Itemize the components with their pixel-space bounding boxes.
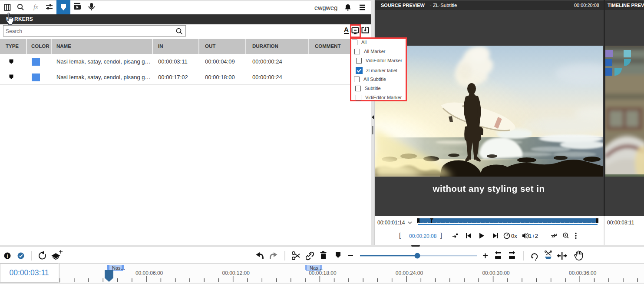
svg-text:00:00:36:00: 00:00:36:00	[569, 270, 597, 276]
svg-text:00:00:30:00: 00:00:30:00	[482, 270, 510, 276]
svg-text:00:00:24:00: 00:00:24:00	[396, 270, 423, 276]
svg-text:Nas…: Nas…	[112, 265, 125, 271]
svg-text:fx: fx	[33, 3, 38, 10]
svg-text:0x: 0x	[511, 233, 517, 239]
svg-text:i: i	[7, 254, 8, 259]
svg-text:Nas…: Nas…	[310, 265, 323, 271]
svg-text:00:00:06:00: 00:00:06:00	[135, 270, 163, 276]
svg-text:00:00:12:00: 00:00:12:00	[222, 270, 250, 276]
svg-text:1+2: 1+2	[528, 233, 538, 239]
